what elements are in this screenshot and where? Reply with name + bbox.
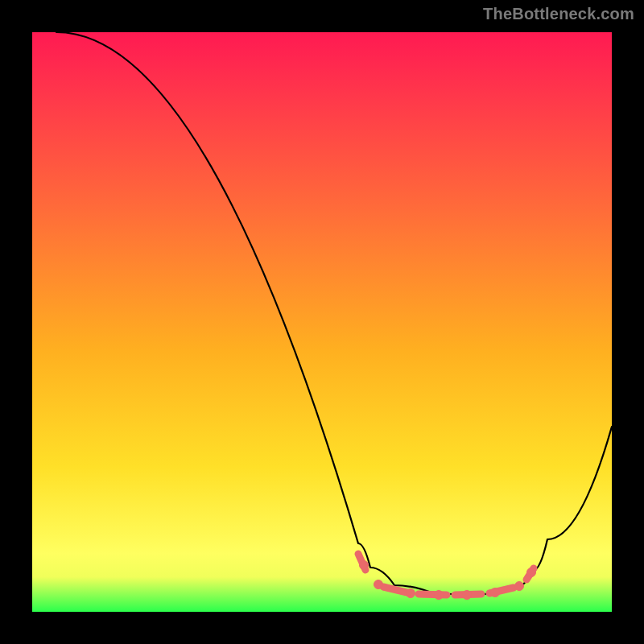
salmon-dot	[360, 561, 369, 570]
salmon-dot	[515, 582, 524, 591]
salmon-dot	[407, 589, 415, 598]
salmon-dot	[527, 568, 536, 577]
salmon-dot	[491, 588, 500, 597]
plot-area	[32, 32, 612, 612]
salmon-dot	[435, 591, 444, 600]
salmon-dot	[374, 580, 383, 589]
chart-frame: TheBottleneck.com	[0, 0, 644, 644]
salmon-dot	[463, 591, 472, 600]
curve-layer	[32, 32, 612, 612]
watermark-label: TheBottleneck.com	[483, 5, 634, 23]
bottleneck-curve	[56, 32, 612, 594]
salmon-markers-group	[358, 554, 536, 600]
